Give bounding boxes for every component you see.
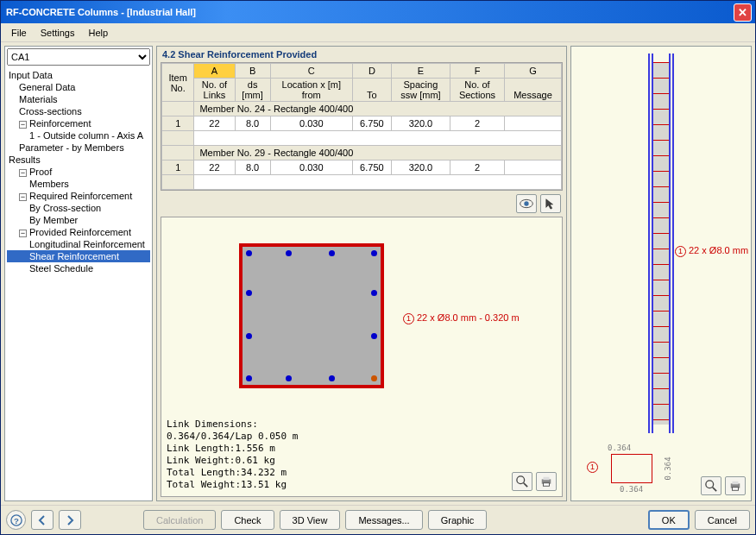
check-button[interactable]: Check — [221, 510, 274, 530]
case-combo[interactable]: CA1 — [7, 48, 150, 66]
menu-file[interactable]: File — [4, 26, 34, 40]
col-A[interactable]: A — [194, 64, 235, 79]
annotation-number-icon: 1 — [403, 313, 414, 324]
svg-rect-5 — [544, 477, 550, 481]
table-row[interactable]: 1 228.0 0.0306.750 320.02 — [162, 116, 562, 131]
annotation-number-icon: 1 — [675, 246, 686, 257]
tree-toggle-icon[interactable]: − — [19, 169, 27, 177]
tree-members[interactable]: Members — [7, 178, 150, 190]
help-icon: ? — [10, 514, 22, 526]
graphic-button[interactable]: Graphic — [428, 510, 488, 530]
group-row[interactable]: Member No. 24 - Rectangle 400/400 — [194, 102, 562, 116]
dim-label: 0.364 — [608, 444, 631, 452]
h-links: No. ofLinks — [194, 79, 235, 102]
tree-param-members[interactable]: Parameter - by Members — [7, 142, 150, 154]
zoom-button[interactable] — [512, 472, 532, 491]
magnifier-icon — [705, 480, 717, 492]
svg-text:?: ? — [14, 515, 19, 525]
print-button[interactable] — [725, 476, 746, 495]
prev-button[interactable] — [31, 510, 54, 530]
col-E[interactable]: E — [391, 64, 450, 79]
cross-section-rect — [239, 243, 384, 388]
chevron-left-icon — [37, 515, 47, 526]
tree-steel-sched[interactable]: Steel Schedule — [7, 262, 150, 274]
tree-proof[interactable]: −Proof — [7, 166, 150, 178]
link-dimensions-text: Link Dimensions: 0.364/0.364/Lap 0.050 m… — [167, 419, 298, 491]
navigator-panel: CA1 Input Data General Data Materials Cr… — [4, 46, 153, 501]
footing-annotation: 1 — [587, 461, 598, 473]
h-from: Location x [m]from — [270, 79, 352, 102]
svg-line-8 — [713, 488, 716, 491]
col-F[interactable]: F — [450, 64, 505, 79]
print-button[interactable] — [536, 472, 557, 491]
results-table[interactable]: ItemNo. A B C D E F G No. ofLinks ds[mm]… — [161, 62, 563, 191]
dim-label: 0.364 — [664, 456, 672, 480]
tree-toggle-icon[interactable]: − — [19, 121, 27, 129]
ok-button[interactable]: OK — [648, 510, 690, 530]
elevation-panel[interactable]: 122 x Ø8.0 mm 1 0.364 0.364 0.364 — [570, 46, 752, 501]
group-row[interactable]: Member No. 29 - Rectangle 400/400 — [194, 146, 562, 160]
menubar: File Settings Help — [1, 23, 755, 42]
printer-icon — [540, 475, 552, 488]
view-button[interactable] — [516, 194, 537, 213]
col-D[interactable]: D — [352, 64, 391, 79]
tree-long-reinf[interactable]: Longitudinal Reinforcement — [7, 238, 150, 250]
col-C[interactable]: C — [270, 64, 352, 79]
col-G[interactable]: G — [504, 64, 561, 79]
3d-view-button[interactable]: 3D View — [280, 510, 341, 530]
close-button[interactable]: ✕ — [734, 3, 752, 22]
magnifier-icon — [516, 475, 528, 488]
h-sections: No. ofSections — [450, 79, 505, 102]
navigator-tree[interactable]: Input Data General Data Materials Cross-… — [5, 67, 152, 500]
stirrup-annotation: 122 x Ø8.0 mm - 0.320 m — [403, 312, 520, 324]
messages-button[interactable]: Messages... — [345, 510, 422, 530]
help-button[interactable]: ? — [6, 510, 26, 530]
main-panel: 4.2 Shear Reinforcement Provided ItemNo.… — [156, 46, 567, 501]
svg-point-1 — [524, 201, 528, 205]
tree-toggle-icon[interactable]: − — [19, 193, 27, 201]
svg-rect-11 — [733, 488, 739, 491]
h-message: Message — [504, 79, 561, 102]
col-item: ItemNo. — [162, 64, 194, 102]
tree-req-reinf[interactable]: −Required Reinforcement — [7, 190, 150, 202]
menu-help[interactable]: Help — [81, 26, 115, 40]
chevron-right-icon — [65, 515, 75, 526]
tree-reinforcement[interactable]: −Reinforcement — [7, 117, 150, 129]
svg-rect-6 — [544, 483, 550, 487]
svg-point-7 — [706, 481, 714, 488]
next-button[interactable] — [59, 510, 81, 530]
dim-label: 0.364 — [620, 485, 643, 494]
select-button[interactable] — [540, 194, 561, 213]
table-row[interactable]: 1 228.0 0.0306.750 320.02 — [162, 160, 562, 175]
eye-icon — [520, 198, 533, 209]
titlebar: RF-CONCRETE Columns - [Industrial Hall] … — [1, 1, 755, 23]
tree-general-data[interactable]: General Data — [7, 81, 150, 93]
calculation-button: Calculation — [143, 510, 216, 530]
h-to: To — [352, 79, 391, 102]
svg-point-2 — [517, 476, 525, 484]
tree-materials[interactable]: Materials — [7, 93, 150, 105]
bottom-toolbar: ? Calculation Check 3D View Messages... … — [1, 505, 755, 534]
cancel-button[interactable]: Cancel — [695, 510, 750, 530]
tree-cross-sections[interactable]: Cross-sections — [7, 105, 150, 117]
annotation-number-icon: 1 — [587, 462, 598, 473]
menu-settings[interactable]: Settings — [34, 26, 82, 40]
tree-input-data[interactable]: Input Data — [7, 69, 150, 81]
h-spacing: Spacingssw [mm] — [391, 79, 450, 102]
svg-line-3 — [524, 483, 527, 487]
column-elevation — [648, 54, 674, 433]
tree-prov-reinf[interactable]: −Provided Reinforcement — [7, 226, 150, 238]
col-B[interactable]: B — [235, 64, 270, 79]
tree-toggle-icon[interactable]: − — [19, 230, 27, 237]
svg-rect-10 — [733, 482, 739, 485]
cursor-icon — [545, 198, 557, 210]
printer-icon — [729, 480, 741, 492]
tree-results[interactable]: Results — [7, 154, 150, 166]
tree-by-member[interactable]: By Member — [7, 214, 150, 226]
section-drawing[interactable]: 122 x Ø8.0 mm - 0.320 m Link Dimensions:… — [161, 217, 563, 497]
tree-shear-reinf[interactable]: Shear Reinforcement — [7, 250, 150, 262]
elevation-annotation: 122 x Ø8.0 mm — [675, 245, 748, 257]
tree-by-cs[interactable]: By Cross-section — [7, 202, 150, 214]
tree-reinf-1[interactable]: 1 - Outside column - Axis A — [7, 129, 150, 142]
zoom-button[interactable] — [701, 476, 721, 495]
